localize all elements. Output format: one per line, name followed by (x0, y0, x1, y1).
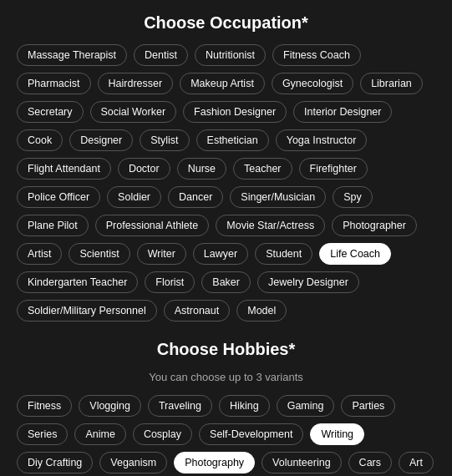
occupation-tag[interactable]: Writer (137, 243, 186, 265)
occupation-title: Choose Occupation* (17, 13, 435, 33)
occupation-tag[interactable]: Fitness Coach (272, 44, 361, 66)
hobby-tag[interactable]: Fitness (17, 395, 72, 417)
occupation-tag[interactable]: Secretary (17, 101, 84, 123)
hobby-tag[interactable]: Parties (341, 395, 395, 417)
occupation-tag[interactable]: Florist (145, 271, 195, 293)
hobbies-subtitle: You can choose up to 3 variants (17, 371, 435, 383)
occupation-tag[interactable]: Fashion Designer (183, 101, 287, 123)
occupation-tag[interactable]: Dancer (168, 186, 223, 208)
hobby-tag[interactable]: Gaming (277, 395, 335, 417)
occupation-tag[interactable]: Makeup Artist (180, 73, 265, 94)
hobbies-tags-container: FitnessVloggingTravelingHikingGamingPart… (17, 395, 435, 476)
occupation-tag[interactable]: Kindergarten Teacher (17, 271, 138, 293)
occupation-tag[interactable]: Student (255, 243, 312, 265)
occupation-tag[interactable]: Social Worker (90, 101, 177, 123)
occupation-tags-container: Massage TherapistDentistNutritionistFitn… (17, 44, 435, 322)
occupation-tag[interactable]: Designer (69, 129, 133, 151)
occupation-tag[interactable]: Cook (17, 129, 63, 151)
occupation-tag[interactable]: Photographer (332, 215, 417, 236)
hobby-tag[interactable]: Series (17, 423, 68, 445)
hobby-tag[interactable]: Cosplay (133, 423, 192, 445)
occupation-tag[interactable]: Pharmacist (17, 73, 91, 94)
hobby-tag[interactable]: Self-Development (199, 423, 303, 445)
occupation-tag[interactable]: Movie Star/Actress (216, 215, 325, 236)
hobbies-title: Choose Hobbies* (17, 340, 435, 359)
occupation-tag[interactable]: Doctor (118, 158, 170, 180)
occupation-tag[interactable]: Plane Pilot (17, 215, 89, 236)
occupation-tag[interactable]: Nurse (177, 158, 226, 180)
occupation-tag[interactable]: Singer/Musician (230, 186, 326, 208)
occupation-tag[interactable]: Jewelry Designer (257, 271, 359, 293)
occupation-tag[interactable]: Dentist (134, 44, 188, 66)
occupation-tag[interactable]: Esthetician (196, 129, 269, 151)
occupation-tag[interactable]: Firefighter (299, 158, 368, 180)
occupation-tag[interactable]: Scientist (69, 243, 130, 265)
hobby-tag[interactable]: Photography (174, 452, 255, 473)
occupation-tag[interactable]: Life Coach (319, 243, 391, 265)
occupation-tag[interactable]: Police Officer (17, 186, 100, 208)
occupation-tag[interactable]: Spy (333, 186, 373, 208)
occupation-tag[interactable]: Professional Athlete (95, 215, 210, 236)
hobby-tag[interactable]: Hiking (219, 395, 270, 417)
occupation-tag[interactable]: Stylist (140, 129, 189, 151)
occupation-tag[interactable]: Soldier (107, 186, 161, 208)
occupation-tag[interactable]: Gynecologist (272, 73, 353, 94)
occupation-tag[interactable]: Nutritionist (195, 44, 266, 66)
occupation-tag[interactable]: Flight Attendant (17, 158, 111, 180)
occupation-tag[interactable]: Soldier/Military Personnel (17, 300, 157, 322)
occupation-tag[interactable]: Teacher (233, 158, 292, 180)
occupation-tag[interactable]: Model (236, 300, 287, 322)
occupation-tag[interactable]: Librarian (360, 73, 423, 94)
page-container: Choose Occupation* Massage TherapistDent… (0, 0, 452, 476)
hobby-tag[interactable]: Cars (348, 452, 392, 473)
occupation-tag[interactable]: Yoga Instructor (276, 129, 368, 151)
hobby-tag[interactable]: Anime (74, 423, 125, 445)
hobby-tag[interactable]: Art (399, 452, 434, 473)
hobby-tag[interactable]: Volunteering (262, 452, 342, 473)
hobby-tag[interactable]: Veganism (99, 452, 167, 473)
hobby-tag[interactable]: Diy Crafting (17, 452, 93, 473)
occupation-tag[interactable]: Interior Designer (293, 101, 392, 123)
occupation-tag[interactable]: Hairdresser (98, 73, 174, 94)
occupation-tag[interactable]: Astronaut (164, 300, 231, 322)
hobby-tag[interactable]: Traveling (148, 395, 212, 417)
occupation-tag[interactable]: Baker (201, 271, 251, 293)
occupation-tag[interactable]: Artist (17, 243, 62, 265)
occupation-section: Choose Occupation* Massage TherapistDent… (17, 13, 435, 322)
hobby-tag[interactable]: Writing (310, 423, 364, 445)
hobbies-section: Choose Hobbies* You can choose up to 3 v… (17, 340, 435, 476)
occupation-tag[interactable]: Massage Therapist (17, 44, 127, 66)
hobby-tag[interactable]: Vlogging (79, 395, 141, 417)
occupation-tag[interactable]: Lawyer (193, 243, 248, 265)
